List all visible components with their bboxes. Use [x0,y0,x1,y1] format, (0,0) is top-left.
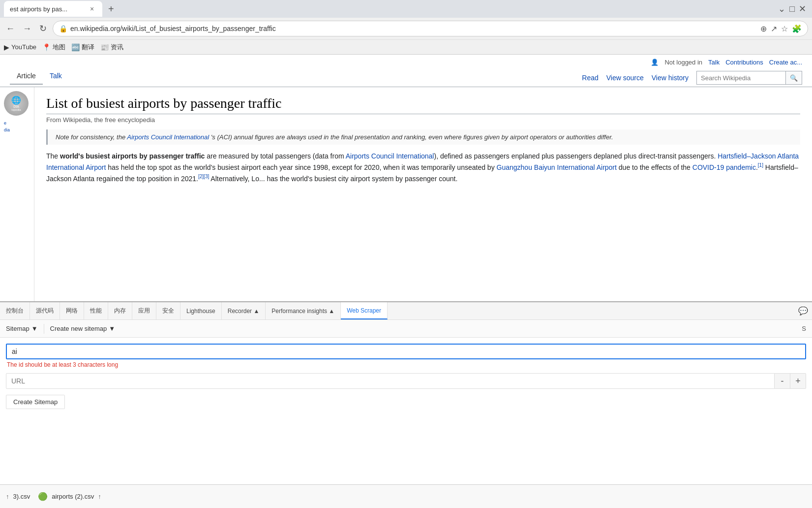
create-sitemap-button[interactable]: Create Sitemap [6,395,65,409]
close-window-icon[interactable]: ✕ [799,3,806,14]
talk-link[interactable]: Talk [708,59,720,66]
download-expand-icon-1[interactable]: ↑ [6,493,9,500]
create-new-icon: ▼ [109,325,115,332]
view-history-link[interactable]: View history [652,74,689,82]
sitemap-search: S [802,325,806,332]
new-tab-button[interactable]: + [104,3,118,15]
translate-bm-icon: 🔤 [71,43,80,51]
bookmark-maps-label: 地图 [53,43,65,52]
wiki-note: Note for consistency, the Airports Counc… [46,129,800,145]
bookmark-news[interactable]: 📰 资讯 [100,43,123,52]
tab-close-button[interactable]: × [88,4,96,13]
aci-link[interactable]: Airports Council International [127,133,209,141]
download-filename-1: 3).csv [13,493,30,500]
url-minus-button[interactable]: - [775,373,790,389]
user-icon: 👤 [651,59,659,66]
covid-link[interactable]: COVID-19 pandemic [692,163,756,171]
note-text-before: Note for consistency, the [56,133,127,141]
wiki-nav-top: 👤 Not logged in Talk Contributions Creat… [0,57,812,68]
sidebar-link-2[interactable]: dia [4,127,30,133]
download-item-2: 🟢 airports (2).csv ↑ [38,492,101,501]
address-bar-row: ← → ↻ 🔒 en.wikipedia.org/wiki/List_of_bu… [0,18,812,39]
bookmark-youtube[interactable]: ▶ YouTube [4,43,36,51]
not-logged-in-text: Not logged in [664,59,702,66]
view-source-link[interactable]: View source [606,74,644,82]
translate-icon[interactable]: ⊕ [760,24,767,33]
maximize-icon[interactable]: □ [789,4,795,14]
extensions-icon[interactable]: 🧩 [792,24,802,33]
sitemap-dropdown-icon: ▼ [31,325,38,332]
tab-article[interactable]: Article [10,68,43,85]
dt-tab-console[interactable]: 控制台 [0,302,30,319]
dt-tab-performance[interactable]: 性能 [84,302,108,319]
wiki-tabs: Article Talk [10,68,69,85]
address-bar[interactable]: 🔒 en.wikipedia.org/wiki/List_of_busiest_… [53,21,808,36]
url-row: - + [6,373,806,389]
sitemap-dropdown[interactable]: Sitemap ▼ [6,325,38,332]
search-button[interactable]: 🔍 [785,71,802,84]
forward-button[interactable]: → [21,22,33,36]
dt-tab-webscraper[interactable]: Web Scraper [341,302,388,319]
download-bar: ↑ 3).csv 🟢 airports (2).csv ↑ [0,484,812,508]
bookmark-translate-label: 翻译 [82,43,94,52]
dt-tab-lighthouse[interactable]: Lighthouse [180,302,222,319]
bookmark-youtube-label: YouTube [11,43,36,51]
note-text-after: 's (ACI) annual figures are always used … [211,133,613,141]
bookmark-news-label: 资讯 [111,43,123,52]
dt-tab-network[interactable]: 网络 [60,302,84,319]
dt-tab-sources[interactable]: 源代码 [30,302,60,319]
main-paragraph: The world's busiest airports by passenge… [46,151,800,184]
read-link[interactable]: Read [582,74,598,82]
wikipedia-logo: 🌐 DIA lopedia [4,91,29,116]
devtools-right-icons: 💬 [794,302,812,319]
wiki-tabs-row: Article Talk Read View source View histo… [0,68,812,85]
download-item-1: ↑ 3).csv [6,493,30,500]
aci-link-2[interactable]: Airports Council International [346,152,434,160]
sidebar-link-1[interactable]: e [4,120,30,127]
contributions-link[interactable]: Contributions [725,59,763,66]
url-plus-button[interactable]: + [790,373,806,389]
create-account-link[interactable]: Create ac... [769,59,802,66]
tab-talk[interactable]: Talk [43,68,69,85]
page-title: List of busiest airports by passenger tr… [46,95,800,114]
news-icon: 📰 [100,43,109,51]
back-button[interactable]: ← [4,22,17,36]
devtools-tabs: 控制台 源代码 网络 性能 内存 应用 安全 Lighthouse Record… [0,302,812,320]
sidebar-links: e dia [4,120,30,133]
active-tab[interactable]: est airports by pas... × [4,1,102,17]
reload-button[interactable]: ↻ [37,21,49,36]
create-new-sitemap[interactable]: Create new sitemap ▼ [50,325,116,332]
dt-tab-recorder[interactable]: Recorder ▲ [222,302,266,319]
dt-tab-memory[interactable]: 内存 [108,302,132,319]
dt-tab-perf-insights[interactable]: Performance insights ▲ [266,302,341,319]
sitemap-divider [44,324,44,334]
lock-icon: 🔒 [59,25,67,32]
bold-text: world's busiest airports by passenger tr… [60,152,205,160]
devtools-panel: 控制台 源代码 网络 性能 内存 应用 安全 Lighthouse Record… [0,301,812,508]
dt-tab-application[interactable]: 应用 [132,302,156,319]
minimize-icon[interactable]: ⌄ [778,3,785,14]
guangzhou-link[interactable]: Guangzhou Baiyun International Airport [497,163,617,171]
share-icon[interactable]: ↗ [771,24,777,33]
maps-icon: 📍 [42,43,51,51]
dt-tab-security[interactable]: 安全 [156,302,180,319]
sitemap-id-input[interactable] [6,344,806,359]
wiki-header: 👤 Not logged in Talk Contributions Creat… [0,55,812,87]
search-input[interactable] [697,74,785,82]
window-controls: ⌄ □ ✕ [778,3,812,14]
bookmark-maps[interactable]: 📍 地图 [42,43,65,52]
url-input[interactable] [6,373,775,389]
download-expand-icon-2[interactable]: ↑ [98,493,101,500]
devtools-content: Sitemap ▼ Create new sitemap ▼ S The id … [0,320,812,508]
bookmark-translate[interactable]: 🔤 翻译 [71,43,94,52]
bookmark-star-icon[interactable]: ☆ [781,24,788,33]
download-filename-2: airports (2).csv [52,493,94,500]
wiki-search[interactable]: 🔍 [696,71,802,85]
download-complete-icon: 🟢 [38,492,48,501]
youtube-icon: ▶ [4,43,9,51]
tab-title: est airports by pas... [10,5,84,13]
devtools-icon-1[interactable]: 💬 [794,306,812,316]
id-input-row [6,344,806,359]
url-text: en.wikipedia.org/wiki/List_of_busiest_ai… [70,25,757,32]
ref-23: [2][3] [198,174,209,179]
